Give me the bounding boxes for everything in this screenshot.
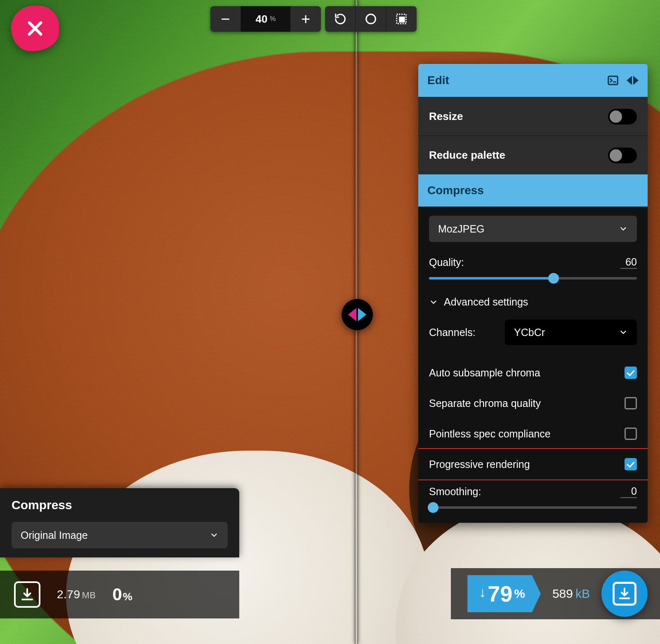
pointless-spec-row: Pointless spec compliance: [429, 418, 637, 449]
encoder-value: MozJPEG: [438, 223, 485, 235]
separate-chroma-label: Separate chroma quality: [429, 397, 541, 409]
reduce-palette-toggle[interactable]: [608, 148, 637, 163]
download-right-button[interactable]: [601, 571, 648, 617]
advanced-settings-label: Advanced settings: [444, 296, 528, 308]
zoom-value-display[interactable]: 40 %: [241, 6, 290, 32]
compare-handle[interactable]: [342, 299, 373, 330]
auto-subsample-row: Auto subsample chroma: [429, 357, 637, 388]
channels-label: Channels:: [429, 327, 476, 338]
zoom-in-button[interactable]: +: [290, 6, 321, 32]
separate-chroma-row: Separate chroma quality: [429, 388, 637, 418]
triangle-left-icon: [348, 308, 356, 321]
channels-value: YCbCr: [514, 327, 545, 338]
auto-subsample-checkbox[interactable]: [625, 367, 637, 379]
resize-row: Resize: [418, 97, 648, 136]
triangle-left-small-icon: [627, 76, 632, 85]
zoom-unit: %: [270, 15, 276, 23]
close-button[interactable]: [11, 6, 59, 51]
smoothing-slider[interactable]: [429, 506, 637, 509]
left-mode-value: Original Image: [21, 529, 88, 541]
checker-icon: [394, 12, 408, 26]
down-arrow-icon: ↓: [479, 584, 486, 600]
left-status-bar: 2.79MB 0%: [0, 571, 239, 618]
encoder-select[interactable]: MozJPEG: [429, 216, 637, 242]
chevron-down-icon: [210, 531, 219, 540]
resize-label: Resize: [429, 110, 463, 123]
chevron-down-icon: [429, 298, 438, 307]
edit-panel-header: Edit: [418, 64, 648, 97]
channels-select[interactable]: YCbCr: [505, 320, 637, 345]
transparency-button[interactable]: [386, 6, 417, 32]
rotate-icon: [333, 12, 347, 26]
left-mode-select[interactable]: Original Image: [12, 522, 228, 548]
circle-icon: [364, 12, 378, 26]
reduce-palette-label: Reduce palette: [429, 149, 505, 162]
left-size-text: 2.79MB: [57, 588, 96, 601]
left-compress-panel: Compress Original Image: [0, 488, 239, 557]
smoothing-value[interactable]: 0: [620, 485, 637, 498]
right-size-text: 589kB: [552, 587, 590, 601]
compress-section-header: Compress: [418, 174, 648, 207]
download-left-button[interactable]: [14, 581, 40, 608]
rotate-button[interactable]: [325, 6, 356, 32]
download-icon: [20, 587, 35, 602]
progressive-rendering-checkbox[interactable]: [625, 458, 637, 470]
left-percent-text: 0%: [113, 585, 132, 604]
svg-rect-3: [608, 76, 618, 85]
close-icon: [25, 19, 45, 38]
edit-panel: Edit Resize Reduce palette Compress MozJ…: [418, 64, 648, 523]
progressive-rendering-label: Progressive rendering: [429, 458, 530, 470]
edit-panel-title: Edit: [427, 74, 449, 87]
reduction-value: 79: [488, 581, 512, 606]
svg-rect-2: [399, 16, 405, 22]
zoom-out-button[interactable]: −: [210, 6, 241, 32]
triangle-right-icon: [358, 308, 366, 321]
chevron-down-icon: [619, 224, 628, 233]
cli-icon[interactable]: [607, 74, 619, 87]
separate-chroma-checkbox[interactable]: [625, 397, 637, 409]
resize-toggle[interactable]: [608, 109, 637, 125]
chevron-down-icon: [619, 328, 628, 337]
progressive-rendering-row: Progressive rendering: [418, 449, 648, 479]
zoom-value: 40: [255, 13, 267, 26]
pointless-spec-checkbox[interactable]: [625, 428, 637, 440]
zoom-toolbar: − 40 % +: [210, 6, 417, 32]
right-status-bar: ↓ 79 % 589kB: [451, 568, 660, 619]
quality-slider[interactable]: [429, 277, 637, 280]
quality-label: Quality:: [429, 256, 464, 268]
reduce-palette-row: Reduce palette: [418, 136, 648, 174]
auto-subsample-label: Auto subsample chroma: [429, 367, 540, 379]
pointless-spec-label: Pointless spec compliance: [429, 428, 551, 440]
advanced-settings-toggle[interactable]: Advanced settings: [429, 296, 637, 308]
reduction-badge: ↓ 79 %: [467, 575, 541, 612]
background-toggle-button[interactable]: [356, 6, 386, 32]
triangle-right-small-icon: [633, 76, 639, 85]
copy-settings-button[interactable]: [627, 76, 639, 85]
compress-section-title: Compress: [427, 184, 484, 197]
left-panel-title: Compress: [12, 498, 228, 512]
quality-value[interactable]: 60: [620, 256, 637, 269]
download-icon: [618, 587, 632, 601]
svg-point-0: [366, 14, 375, 24]
reduction-unit: %: [514, 587, 525, 601]
smoothing-label: Smoothing:: [429, 486, 481, 498]
